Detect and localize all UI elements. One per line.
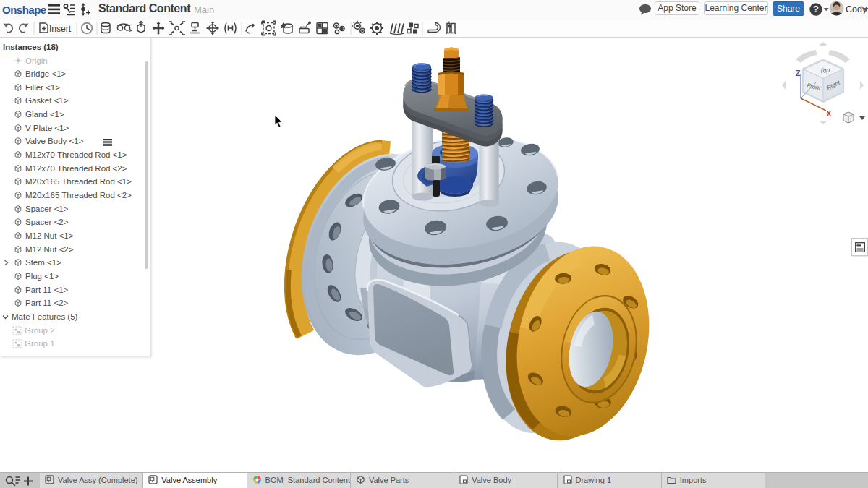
svg-text:X: X bbox=[826, 109, 832, 118]
svg-text:?: ? bbox=[813, 4, 819, 14]
svg-text:Insert: Insert bbox=[49, 24, 72, 34]
svg-text:Top: Top bbox=[819, 67, 830, 75]
svg-text:Z: Z bbox=[796, 69, 801, 77]
